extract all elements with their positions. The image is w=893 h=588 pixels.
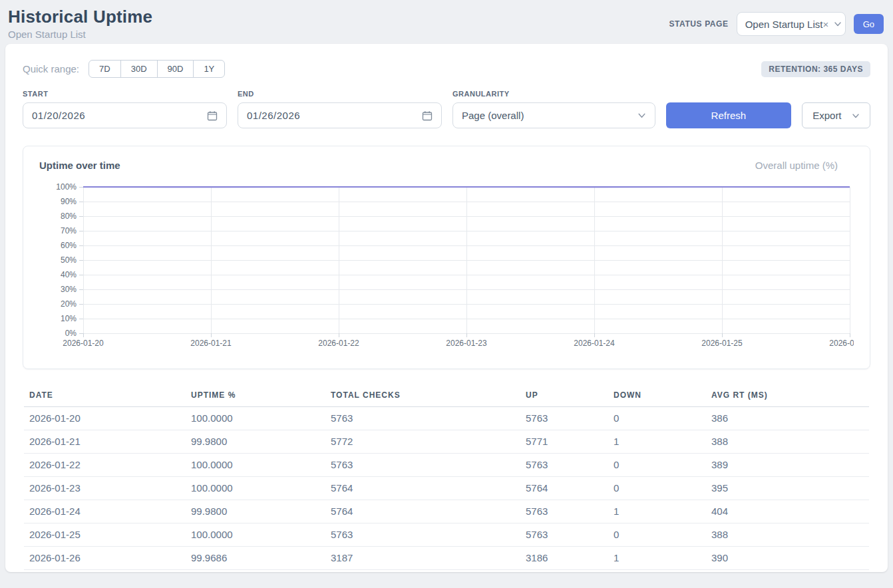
svg-text:2026-01-20: 2026-01-20 (63, 339, 104, 348)
filter-controls-row: START 01/20/2026 END 01/26/2026 (23, 90, 870, 128)
table-cell: 100.0000 (186, 407, 325, 430)
table-row: 2026-01-2499.9800576457631404 (24, 500, 869, 523)
svg-text:100%: 100% (56, 182, 77, 192)
granularity-selected-value: Page (overall) (462, 110, 524, 121)
svg-text:2026-01-23: 2026-01-23 (446, 339, 487, 348)
start-label: START (23, 90, 227, 98)
table-cell: 100.0000 (186, 454, 325, 477)
table-cell: 5763 (325, 454, 520, 477)
table-cell: 5764 (325, 477, 520, 500)
end-label: END (238, 90, 442, 98)
table-row: 2026-01-2699.9686318731861390 (24, 547, 869, 570)
table-cell: 2026-01-26 (24, 547, 186, 570)
table-row: 2026-01-23100.0000576457640395 (24, 477, 869, 500)
export-button[interactable]: Export (802, 102, 870, 128)
uptime-table-wrap: DATEUPTIME %TOTAL CHECKSUPDOWNAVG RT (MS… (23, 385, 870, 570)
svg-text:2026-01-25: 2026-01-25 (701, 339, 743, 348)
svg-text:30%: 30% (61, 285, 77, 294)
table-cell: 5763 (520, 407, 608, 430)
table-cell: 2026-01-24 (24, 500, 186, 523)
table-cell: 1 (608, 500, 706, 523)
table-cell: 5764 (520, 477, 608, 500)
column-header: DOWN (608, 385, 706, 407)
table-cell: 99.9800 (186, 430, 325, 454)
page-header: Historical Uptime Open Startup List STAT… (0, 0, 893, 43)
table-cell: 5763 (520, 500, 608, 523)
table-cell: 1 (608, 430, 706, 454)
table-cell: 388 (706, 430, 869, 454)
uptime-table: DATEUPTIME %TOTAL CHECKSUPDOWNAVG RT (MS… (24, 385, 869, 570)
end-date-input[interactable]: 01/26/2026 (238, 102, 442, 128)
table-cell: 5772 (325, 430, 520, 454)
quick-range-7d[interactable]: 7D (89, 60, 121, 78)
table-cell: 395 (706, 477, 869, 500)
start-date-value: 01/20/2026 (32, 110, 85, 121)
chevron-down-icon (852, 112, 860, 120)
uptime-line-chart: 0%10%20%30%40%50%60%70%80%90%100%2026-01… (39, 180, 854, 355)
status-page-selected-value: Open Startup List (745, 19, 823, 30)
table-cell: 390 (706, 547, 869, 570)
table-cell: 5771 (520, 430, 608, 454)
svg-text:2026-01-26: 2026-01-26 (829, 339, 854, 348)
status-page-controls: STATUS PAGE Open Startup List × Go (669, 12, 884, 36)
table-cell: 0 (608, 523, 706, 547)
page-title: Historical Uptime (8, 7, 152, 27)
table-cell: 100.0000 (186, 477, 325, 500)
svg-text:0%: 0% (65, 329, 77, 338)
table-header: DATEUPTIME %TOTAL CHECKSUPDOWNAVG RT (MS… (24, 385, 869, 407)
svg-text:10%: 10% (61, 314, 77, 323)
quick-range-90d[interactable]: 90D (157, 60, 194, 78)
status-page-label: STATUS PAGE (669, 19, 728, 29)
chart-legend[interactable]: Overall uptime (%) (755, 160, 838, 171)
calendar-icon[interactable] (422, 110, 433, 121)
table-cell: 0 (608, 407, 706, 430)
table-row: 2026-01-22100.0000576357630389 (24, 454, 869, 477)
table-cell: 5763 (325, 407, 520, 430)
svg-text:2026-01-22: 2026-01-22 (318, 339, 359, 348)
chevron-down-icon (637, 111, 646, 120)
svg-text:60%: 60% (61, 241, 77, 250)
column-header: DATE (24, 385, 186, 407)
granularity-field: GRANULARITY Page (overall) (452, 90, 655, 128)
table-cell: 0 (608, 477, 706, 500)
table-cell: 2026-01-21 (24, 430, 186, 454)
go-button[interactable]: Go (854, 14, 884, 34)
svg-text:2026-01-21: 2026-01-21 (190, 339, 232, 348)
table-cell: 0 (608, 454, 706, 477)
status-page-select[interactable]: Open Startup List × (737, 12, 846, 36)
svg-text:20%: 20% (61, 299, 77, 309)
chart-card: Uptime over time Overall uptime (%) 0%10… (23, 146, 870, 369)
table-row: 2026-01-20100.0000576357630386 (24, 407, 869, 430)
svg-text:70%: 70% (61, 226, 77, 235)
export-button-label: Export (812, 110, 841, 121)
table-cell: 389 (706, 454, 869, 477)
table-row: 2026-01-2199.9800577257711388 (24, 430, 869, 454)
table-cell: 404 (706, 500, 869, 523)
table-cell: 2026-01-20 (24, 407, 186, 430)
quick-range-1y[interactable]: 1Y (193, 60, 225, 78)
clear-selection-icon[interactable]: × (822, 19, 828, 30)
svg-text:50%: 50% (61, 255, 77, 265)
column-header: AVG RT (MS) (706, 385, 869, 407)
chart-title: Uptime over time (39, 160, 120, 171)
column-header: TOTAL CHECKS (325, 385, 520, 407)
table-row: 2026-01-25100.0000576357630388 (24, 523, 869, 547)
quick-range-group: 7D30D90D1Y (89, 60, 225, 78)
table-cell: 2026-01-22 (24, 454, 186, 477)
start-date-field: START 01/20/2026 (23, 90, 227, 128)
chevron-down-icon (834, 20, 842, 28)
table-cell: 5764 (325, 500, 520, 523)
table-cell: 388 (706, 523, 869, 547)
table-cell: 2026-01-23 (24, 477, 186, 500)
svg-text:80%: 80% (61, 212, 77, 221)
start-date-input[interactable]: 01/20/2026 (23, 102, 227, 128)
table-cell: 99.9686 (186, 547, 325, 570)
granularity-select[interactable]: Page (overall) (452, 102, 655, 128)
historical-uptime-page: Historical Uptime Open Startup List STAT… (0, 0, 893, 588)
granularity-label: GRANULARITY (452, 90, 655, 98)
table-cell: 386 (706, 407, 869, 430)
svg-text:90%: 90% (61, 197, 77, 206)
calendar-icon[interactable] (207, 110, 218, 121)
refresh-button[interactable]: Refresh (666, 102, 791, 128)
quick-range-30d[interactable]: 30D (120, 60, 158, 78)
